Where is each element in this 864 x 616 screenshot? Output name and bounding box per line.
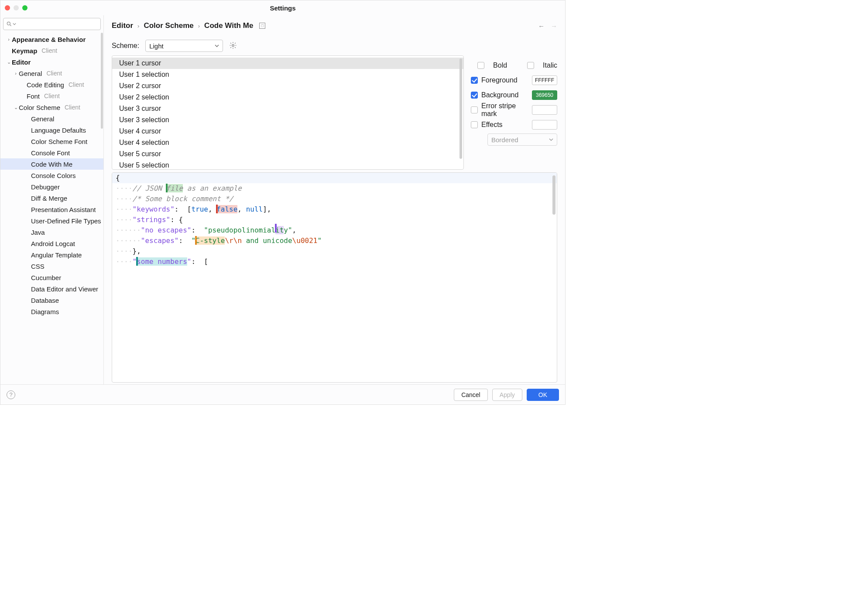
color-list-item[interactable]: User 3 selection bbox=[112, 114, 463, 126]
tree-item-label: Keymap bbox=[12, 47, 37, 55]
color-item-list[interactable]: User 1 cursorUser 1 selectionUser 2 curs… bbox=[112, 55, 464, 170]
chevron-right-icon: › bbox=[198, 23, 200, 29]
effects-type-select[interactable]: Bordered bbox=[487, 133, 557, 146]
error-stripe-swatch[interactable] bbox=[532, 105, 557, 115]
tree-item[interactable]: Code EditingClient bbox=[0, 79, 103, 90]
background-label: Background bbox=[481, 91, 528, 99]
chevron-right-icon: › bbox=[6, 37, 12, 42]
tree-item[interactable]: FontClient bbox=[0, 90, 103, 102]
tree-item[interactable]: Code With Me bbox=[0, 158, 103, 170]
tree-item[interactable]: Diagrams bbox=[0, 306, 103, 317]
tree-item-label: Presentation Assistant bbox=[31, 206, 96, 213]
tree-item-label: Color Scheme bbox=[19, 104, 60, 111]
preview-editor[interactable]: { ····// JSON file as an example ····/* … bbox=[112, 172, 557, 383]
tree-item[interactable]: Cucumber bbox=[0, 272, 103, 283]
tree-item[interactable]: Java bbox=[0, 226, 103, 238]
italic-checkbox[interactable] bbox=[527, 62, 534, 69]
client-tag: Client bbox=[44, 92, 60, 99]
effects-swatch[interactable] bbox=[532, 120, 557, 130]
foreground-checkbox[interactable] bbox=[471, 77, 478, 84]
background-swatch[interactable]: 369650 bbox=[532, 90, 557, 100]
color-properties: Bold Italic Foreground FFFFFF Ba bbox=[471, 55, 557, 170]
tree-item-label: Editor bbox=[12, 58, 31, 66]
preview-scrollbar[interactable] bbox=[552, 175, 555, 215]
foreground-swatch[interactable]: FFFFFF bbox=[532, 75, 557, 85]
settings-search-input[interactable] bbox=[17, 21, 98, 27]
tree-item-label: CSS bbox=[31, 263, 45, 270]
tree-item[interactable]: Console Colors bbox=[0, 170, 103, 181]
tree-item[interactable]: User-Defined File Types bbox=[0, 215, 103, 226]
breadcrumb-item[interactable]: Color Scheme bbox=[144, 21, 193, 30]
breadcrumb: Editor › Color Scheme › Code With Me □ ←… bbox=[104, 15, 565, 36]
foreground-label: Foreground bbox=[481, 76, 528, 84]
tree-item[interactable]: Console Font bbox=[0, 147, 103, 158]
tree-item[interactable]: Diff & Merge bbox=[0, 192, 103, 204]
tree-item[interactable]: ›GeneralClient bbox=[0, 68, 103, 79]
preview-line: ······"no escapes": "pseudopolinomiality… bbox=[112, 225, 557, 236]
help-button[interactable]: ? bbox=[7, 390, 15, 399]
tree-item[interactable]: Data Editor and Viewer bbox=[0, 283, 103, 294]
scheme-select[interactable]: Light bbox=[145, 40, 223, 52]
tree-item[interactable]: Presentation Assistant bbox=[0, 204, 103, 215]
effects-type-value: Bordered bbox=[491, 136, 518, 144]
ok-button[interactable]: OK bbox=[527, 389, 559, 401]
tree-item-label: Color Scheme Font bbox=[31, 138, 87, 145]
tree-item[interactable]: KeymapClient bbox=[0, 45, 103, 56]
chevron-down-icon bbox=[549, 137, 553, 142]
tree-item-label: Data Editor and Viewer bbox=[31, 285, 98, 293]
preview-line: ····/* Some block comment */ bbox=[112, 194, 557, 204]
titlebar: Settings bbox=[0, 0, 565, 15]
nav-forward-button[interactable]: → bbox=[551, 22, 557, 30]
tree-item[interactable]: Color Scheme Font bbox=[0, 136, 103, 147]
bold-checkbox[interactable] bbox=[477, 62, 484, 69]
breadcrumb-item[interactable]: Editor bbox=[112, 21, 133, 30]
nav-back-button[interactable]: ← bbox=[538, 22, 545, 30]
tree-item[interactable]: Database bbox=[0, 294, 103, 306]
color-list-item[interactable]: User 5 cursor bbox=[112, 148, 463, 160]
tree-item[interactable]: CSS bbox=[0, 260, 103, 272]
client-tag: Client bbox=[69, 81, 84, 88]
color-list-item[interactable]: User 2 cursor bbox=[112, 80, 463, 92]
effects-checkbox[interactable] bbox=[471, 121, 478, 128]
color-list-item[interactable]: User 1 cursor bbox=[112, 58, 463, 69]
tree-item-label: Angular Template bbox=[31, 251, 82, 259]
tree-item[interactable]: ›Appearance & Behavior bbox=[0, 34, 103, 45]
tree-item[interactable]: Debugger bbox=[0, 181, 103, 192]
color-list-item[interactable]: User 4 cursor bbox=[112, 126, 463, 137]
tree-item-label: User-Defined File Types bbox=[31, 217, 101, 225]
tree-item[interactable]: Angular Template bbox=[0, 249, 103, 260]
color-list-item[interactable]: User 3 cursor bbox=[112, 103, 463, 114]
apply-button[interactable]: Apply bbox=[492, 389, 522, 401]
tree-item[interactable]: General bbox=[0, 113, 103, 124]
error-stripe-label: Error stripe mark bbox=[481, 102, 528, 118]
error-stripe-checkbox[interactable] bbox=[471, 106, 478, 113]
client-tag: Client bbox=[65, 104, 80, 111]
scheme-select-value: Light bbox=[149, 42, 164, 50]
sidebar-scrollbar[interactable] bbox=[101, 33, 103, 129]
color-list-item[interactable]: User 1 selection bbox=[112, 69, 463, 80]
svg-point-2 bbox=[232, 44, 234, 46]
preview-line: ····"some numbers": [ bbox=[112, 257, 557, 267]
settings-search[interactable] bbox=[3, 18, 101, 30]
list-scrollbar[interactable] bbox=[459, 58, 462, 159]
background-checkbox[interactable] bbox=[471, 92, 478, 99]
scheme-actions-button[interactable] bbox=[229, 41, 237, 51]
tree-item-label: Code With Me bbox=[31, 161, 72, 168]
chevron-down-icon bbox=[215, 44, 219, 48]
color-list-item[interactable]: User 2 selection bbox=[112, 92, 463, 103]
svg-point-0 bbox=[7, 22, 10, 25]
color-list-item[interactable]: User 5 selection bbox=[112, 160, 463, 170]
tree-item[interactable]: ⌄Color SchemeClient bbox=[0, 102, 103, 113]
window-title: Settings bbox=[0, 4, 565, 12]
tree-item-label: Diff & Merge bbox=[31, 195, 67, 202]
cancel-button[interactable]: Cancel bbox=[454, 389, 488, 401]
tree-item-label: Diagrams bbox=[31, 308, 59, 315]
tree-item[interactable]: Android Logcat bbox=[0, 238, 103, 249]
tree-item-label: Language Defaults bbox=[31, 127, 86, 134]
color-list-item[interactable]: User 4 selection bbox=[112, 137, 463, 148]
tree-item-label: Console Colors bbox=[31, 172, 76, 179]
settings-tree[interactable]: ›Appearance & BehaviorKeymapClient⌄Edito… bbox=[0, 33, 103, 384]
tree-item-label: Appearance & Behavior bbox=[12, 36, 86, 43]
tree-item[interactable]: ⌄Editor bbox=[0, 56, 103, 68]
tree-item[interactable]: Language Defaults bbox=[0, 124, 103, 136]
